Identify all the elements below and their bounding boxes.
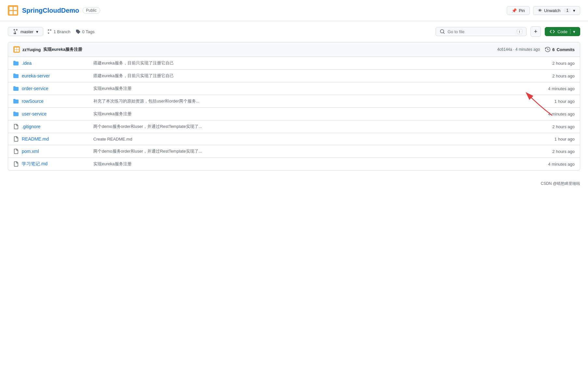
file-time: 4 minutes ago	[536, 86, 575, 91]
file-commit-msg: 实现eureka服务注册	[87, 86, 536, 91]
file-type-icon	[13, 124, 19, 129]
file-name[interactable]: pom.xml	[22, 149, 87, 154]
file-commit-msg: 两个demo服务order和user，并通过RestTemplate实现了...	[87, 148, 536, 154]
branch-count-item[interactable]: 1 Branch	[47, 29, 71, 34]
folder-icon	[13, 73, 19, 78]
search-input[interactable]	[448, 29, 514, 34]
file-commit-msg: 补充了本次练习的原始资源，包括user和order两个服务...	[87, 98, 536, 104]
repo-wrapper: master ▾ 1 Branch 0 Tags t	[0, 21, 588, 178]
file-type-icon	[13, 86, 19, 91]
code-btn-divider	[570, 29, 570, 34]
table-row: rowSource 补充了本次练习的原始资源，包括user和order两个服务.…	[8, 95, 580, 108]
folder-icon	[13, 111, 19, 116]
file-name[interactable]: 学习笔记.md	[22, 161, 87, 167]
unwatch-count: 1	[564, 8, 571, 13]
file-time: 4 minutes ago	[536, 162, 575, 167]
header-actions: 📌 Pin 👁 Unwatch 1 ▾	[507, 6, 580, 15]
commit-avatar	[13, 46, 20, 53]
code-button[interactable]: Code ▾	[545, 27, 580, 36]
file-name[interactable]: eureka-server	[22, 73, 87, 78]
toolbar: master ▾ 1 Branch 0 Tags t	[0, 21, 588, 42]
branch-info: 1 Branch 0 Tags	[47, 29, 95, 34]
table-row: 学习笔记.md 实现eureka服务注册 4 minutes ago	[8, 158, 580, 170]
header: SpringCloudDemo Public 📌 Pin 👁 Unwatch 1…	[0, 0, 588, 21]
code-chevron-icon: ▾	[573, 29, 575, 34]
commits-link[interactable]: 6 Commits	[545, 47, 575, 52]
eye-icon: 👁	[538, 8, 542, 13]
commit-message: 实现eureka服务注册	[43, 47, 82, 52]
repo-content: zzYuqing 实现eureka服务注册 4c6144a · 4 minute…	[0, 42, 588, 178]
file-type-icon	[13, 99, 19, 104]
folder-icon	[13, 86, 19, 91]
file-time: 4 minutes ago	[536, 112, 575, 116]
file-name[interactable]: README.md	[22, 136, 87, 142]
file-name[interactable]: user-service	[22, 111, 87, 116]
file-time: 2 hours ago	[536, 61, 575, 66]
file-time: 2 hours ago	[536, 124, 575, 129]
branch-name: master	[20, 29, 33, 34]
file-name[interactable]: .gitignore	[22, 124, 87, 129]
repo-name[interactable]: SpringCloudDemo	[22, 7, 79, 14]
pin-button[interactable]: 📌 Pin	[507, 6, 530, 15]
file-icon	[13, 149, 19, 154]
file-icon	[13, 161, 19, 167]
tag-count-item[interactable]: 0 Tags	[76, 29, 95, 34]
code-icon	[550, 29, 555, 34]
file-table: zzYuqing 实现eureka服务注册 4c6144a · 4 minute…	[8, 42, 580, 171]
public-badge: Public	[83, 7, 100, 14]
table-row: user-service 实现eureka服务注册 4 minutes ago	[8, 108, 580, 120]
folder-icon	[13, 99, 19, 104]
file-time: 1 hour ago	[536, 137, 575, 142]
file-commit-msg: 两个demo服务order和user，并通过RestTemplate实现了...	[87, 124, 536, 130]
file-type-icon	[13, 111, 19, 116]
table-row: order-service 实现eureka服务注册 4 minutes ago	[8, 82, 580, 95]
file-time: 2 hours ago	[536, 149, 575, 154]
file-icon	[13, 124, 19, 129]
file-rows: .idea 搭建eureka服务，目前只实现了注册它自己 2 hours ago…	[8, 57, 580, 170]
unwatch-button[interactable]: 👁 Unwatch 1 ▾	[533, 6, 580, 15]
commit-bar: zzYuqing 实现eureka服务注册 4c6144a · 4 minute…	[8, 42, 580, 57]
table-row: README.md Create README.md 1 hour ago	[8, 133, 580, 145]
commit-author[interactable]: zzYuqing	[22, 47, 41, 52]
branch-chevron-icon: ▾	[36, 29, 38, 34]
file-time: 1 hour ago	[536, 99, 575, 104]
search-bar[interactable]: t	[436, 27, 527, 36]
file-commit-msg: 搭建eureka服务，目前只实现了注册它自己	[87, 73, 536, 79]
file-type-icon	[13, 61, 19, 66]
add-button[interactable]: +	[530, 26, 541, 37]
file-name[interactable]: rowSource	[22, 99, 87, 104]
branch-icon	[13, 29, 18, 34]
file-type-icon	[13, 73, 19, 78]
table-row: .gitignore 两个demo服务order和user，并通过RestTem…	[8, 120, 580, 133]
file-name[interactable]: .idea	[22, 61, 87, 66]
chevron-down-icon: ▾	[573, 8, 575, 13]
tag-icon	[76, 29, 80, 34]
commits-count: 6	[552, 47, 555, 52]
file-type-icon	[13, 161, 19, 167]
repo-logo	[8, 5, 18, 16]
commits-label: Commits	[556, 47, 575, 52]
file-type-icon	[13, 136, 19, 142]
branch-count-icon	[47, 29, 52, 34]
file-commit-msg: 实现eureka服务注册	[87, 161, 536, 167]
tag-count-text: 0 Tags	[82, 29, 95, 34]
branch-selector[interactable]: master ▾	[8, 27, 43, 36]
watermark: CSDN @晴愁睥里啪啦	[0, 178, 588, 189]
file-commit-msg: 搭建eureka服务，目前只实现了注册它自己	[87, 60, 536, 66]
file-type-icon	[13, 149, 19, 154]
folder-icon	[13, 61, 19, 66]
table-row: .idea 搭建eureka服务，目前只实现了注册它自己 2 hours ago	[8, 57, 580, 70]
branch-count-text: 1 Branch	[54, 29, 71, 34]
search-shortcut: t	[517, 29, 522, 34]
table-row: pom.xml 两个demo服务order和user，并通过RestTempla…	[8, 145, 580, 158]
file-name[interactable]: order-service	[22, 86, 87, 91]
commit-hash: 4c6144a · 4 minutes ago	[497, 47, 540, 52]
search-icon	[440, 29, 445, 34]
file-commit-msg: Create README.md	[87, 137, 536, 142]
file-commit-msg: 实现eureka服务注册	[87, 111, 536, 117]
file-icon	[13, 136, 19, 142]
history-icon	[545, 47, 550, 52]
file-time: 2 hours ago	[536, 74, 575, 78]
commit-meta: 4c6144a · 4 minutes ago 6 Commits	[497, 47, 575, 52]
pin-icon: 📌	[512, 8, 517, 13]
